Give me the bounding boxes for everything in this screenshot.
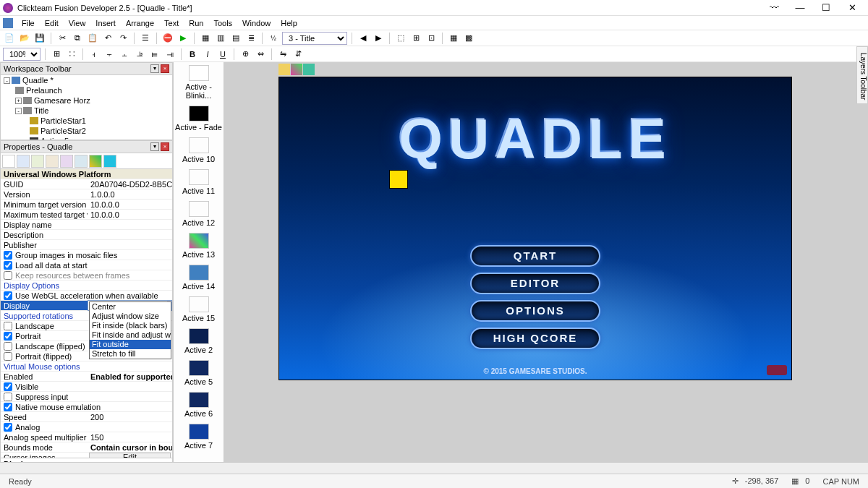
flip-v-icon[interactable]: ⇵ xyxy=(292,48,305,61)
prop-value[interactable]: 1.0.0.0 xyxy=(88,190,172,199)
prop-value[interactable]: 10.0.0.0 xyxy=(88,200,172,209)
menu-arrange[interactable]: Arrange xyxy=(122,17,158,29)
prop-checkbox[interactable] xyxy=(4,423,12,432)
event-editor-icon[interactable]: ▤ xyxy=(229,32,242,45)
menu-text[interactable]: Text xyxy=(160,17,183,29)
tab-about-icon[interactable] xyxy=(75,155,88,168)
save-icon[interactable]: 💾 xyxy=(33,32,46,45)
prop-value[interactable]: 150 xyxy=(88,433,172,442)
dropdown-item[interactable]: Center xyxy=(90,302,171,312)
tree-item[interactable]: ParticleStar2 xyxy=(41,127,86,135)
menu-view[interactable]: View xyxy=(64,17,90,29)
paste-icon[interactable]: 📋 xyxy=(86,32,99,45)
prop-checkbox[interactable] xyxy=(4,342,12,351)
event-list-icon[interactable]: ≣ xyxy=(244,32,258,45)
tree-item[interactable]: Gamesare Horz xyxy=(34,96,90,105)
game-options-button[interactable]: OPTIONS xyxy=(470,300,600,322)
new-icon[interactable]: 📄 xyxy=(3,32,16,45)
scrollbar[interactable] xyxy=(174,462,224,474)
scrollbar[interactable] xyxy=(0,462,174,474)
object-item[interactable]: Active 10 xyxy=(174,134,224,166)
tab-android-icon[interactable] xyxy=(89,155,102,168)
menu-insert[interactable]: Insert xyxy=(91,17,120,29)
tool-b-icon[interactable]: ⊞ xyxy=(409,32,422,45)
project-tree[interactable]: -Quadle * Prelaunch +Gamesare Horz -Titl… xyxy=(0,75,173,140)
menu-file[interactable]: File xyxy=(17,17,39,29)
object-item[interactable]: Active 2 xyxy=(174,325,224,357)
maximize-button[interactable]: ☐ xyxy=(813,2,839,13)
display-dropdown[interactable]: Center Adjust window size Fit inside (bl… xyxy=(89,301,171,359)
storyboard-icon[interactable]: ▦ xyxy=(199,32,212,45)
object-item[interactable]: Active 14 xyxy=(174,262,224,294)
object-list[interactable]: Active - Blinki... Active - Fade Active … xyxy=(174,62,224,487)
cut-icon[interactable]: ✂ xyxy=(56,32,69,45)
prop-value[interactable]: 10.0.0.0 xyxy=(88,210,172,219)
underline-icon[interactable]: U xyxy=(216,48,229,61)
active-icon[interactable] xyxy=(291,64,302,75)
tree-item[interactable]: ParticleStar1 xyxy=(41,116,86,125)
menu-tools[interactable]: Tools xyxy=(209,17,237,29)
menu-edit[interactable]: Edit xyxy=(41,17,63,29)
zoom-select[interactable]: 100% xyxy=(3,48,41,61)
align-center-icon[interactable]: ⫟ xyxy=(103,48,116,61)
copy-icon[interactable]: ⧉ xyxy=(71,32,84,45)
pin-icon[interactable]: ▾ xyxy=(150,64,159,73)
prop-checkbox[interactable] xyxy=(4,393,12,401)
align-top-icon[interactable]: ⫡ xyxy=(133,48,146,61)
object-item[interactable]: Active 12 xyxy=(174,198,224,230)
game-start-button[interactable]: QTART xyxy=(470,245,600,267)
expand-icon[interactable]: + xyxy=(15,98,22,104)
bold-icon[interactable]: B xyxy=(186,48,199,61)
frame-select[interactable]: 3 - Title xyxy=(282,32,347,45)
snap-icon[interactable]: ⸬ xyxy=(65,48,78,61)
edit-button[interactable]: Edit xyxy=(89,453,171,458)
close-button[interactable]: ✕ xyxy=(839,2,865,13)
scrollbar[interactable] xyxy=(224,462,868,474)
tool-d-icon[interactable]: ▦ xyxy=(447,32,460,45)
open-icon[interactable]: 📂 xyxy=(18,32,31,45)
object-item[interactable]: Active 7 xyxy=(174,421,224,453)
prop-checkbox[interactable] xyxy=(4,332,12,341)
redo-icon[interactable]: ↷ xyxy=(116,32,129,45)
frame-editor-icon[interactable]: ▥ xyxy=(214,32,227,45)
object-item[interactable]: Active - Fade xyxy=(174,103,224,134)
object-item[interactable]: Active 6 xyxy=(174,389,224,421)
game-editor-button[interactable]: EDITOR xyxy=(470,273,600,294)
collapse-icon[interactable]: - xyxy=(15,108,22,114)
selection-handle[interactable] xyxy=(389,170,408,189)
string-icon[interactable] xyxy=(303,64,315,75)
align-right-icon[interactable]: ⫠ xyxy=(118,48,131,61)
tab-settings-icon[interactable] xyxy=(2,155,15,168)
game-highscore-button[interactable]: HIGH QCORE xyxy=(470,328,600,349)
tool-e-icon[interactable]: ▩ xyxy=(462,32,475,45)
tree-root[interactable]: Quadle * xyxy=(22,76,54,85)
object-item[interactable]: Active 11 xyxy=(174,166,224,198)
tool-a-icon[interactable]: ⬚ xyxy=(394,32,407,45)
prop-checkbox[interactable] xyxy=(4,352,12,361)
prop-value[interactable]: Contain cursor in bounds xyxy=(88,443,172,452)
collapse-icon[interactable]: - xyxy=(4,77,10,84)
next-frame-icon[interactable]: ▶ xyxy=(372,32,385,45)
frame-editor-canvas[interactable]: QUADLE QTART EDITOR OPTIONS HIGH QCORE ©… xyxy=(224,62,868,487)
prop-checkbox[interactable] xyxy=(4,251,12,260)
grid-icon[interactable]: ⊞ xyxy=(50,48,63,61)
center-obj-icon[interactable]: ⊕ xyxy=(239,48,252,61)
stop-icon[interactable]: ⛔ xyxy=(161,32,174,45)
close-pane-icon[interactable]: × xyxy=(161,142,169,151)
menu-window[interactable]: Window xyxy=(238,17,275,29)
game-frame[interactable]: QUADLE QTART EDITOR OPTIONS HIGH QCORE ©… xyxy=(278,77,792,380)
object-item[interactable]: Active - Blinki... xyxy=(174,62,224,103)
property-grid[interactable]: Universal Windows Platform GUID20A07046-… xyxy=(0,169,173,458)
prop-value[interactable]: Enabled for supported devices xyxy=(88,372,172,381)
dropdown-item-selected[interactable]: Fit outside xyxy=(90,340,171,349)
spread-icon[interactable]: ⇔ xyxy=(254,48,267,61)
menu-help[interactable]: Help xyxy=(276,17,302,29)
object-item[interactable]: Active 15 xyxy=(174,294,224,325)
dropdown-item[interactable]: Fit inside (black bars) xyxy=(90,321,171,330)
prop-checkbox[interactable] xyxy=(4,322,12,330)
run-icon[interactable]: ▶ xyxy=(176,32,190,45)
tab-values-icon[interactable] xyxy=(46,155,59,168)
close-pane-icon[interactable]: × xyxy=(161,64,169,73)
flip-h-icon[interactable]: ⇋ xyxy=(276,48,289,61)
menu-app-icon[interactable] xyxy=(3,18,13,28)
